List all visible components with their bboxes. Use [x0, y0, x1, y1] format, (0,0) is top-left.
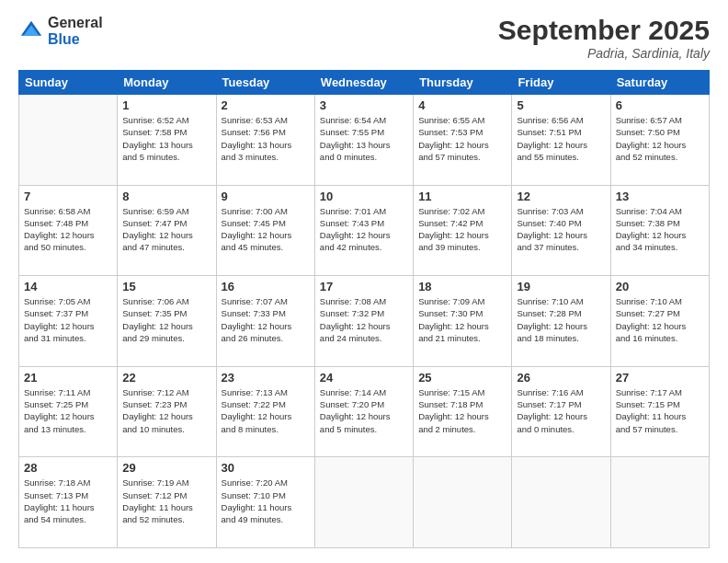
day-cell: 13Sunrise: 7:04 AMSunset: 7:38 PMDayligh… — [610, 185, 709, 276]
day-cell: 9Sunrise: 7:00 AMSunset: 7:45 PMDaylight… — [216, 185, 314, 276]
day-info: Sunrise: 6:53 AMSunset: 7:56 PMDaylight:… — [222, 114, 310, 163]
day-number: 17 — [320, 280, 408, 293]
day-info: Sunrise: 6:56 AMSunset: 7:51 PMDaylight:… — [517, 114, 605, 163]
week-row-2: 7Sunrise: 6:58 AMSunset: 7:48 PMDaylight… — [19, 185, 710, 276]
day-number: 7 — [24, 190, 112, 203]
day-cell: 12Sunrise: 7:03 AMSunset: 7:40 PMDayligh… — [512, 185, 610, 276]
day-cell: 25Sunrise: 7:15 AMSunset: 7:18 PMDayligh… — [414, 366, 512, 457]
day-info: Sunrise: 7:15 AMSunset: 7:18 PMDaylight:… — [418, 386, 506, 435]
day-cell — [512, 457, 610, 548]
day-number: 6 — [616, 98, 704, 112]
day-cell: 29Sunrise: 7:19 AMSunset: 7:12 PMDayligh… — [118, 457, 216, 548]
day-number: 27 — [616, 371, 704, 385]
day-cell: 24Sunrise: 7:14 AMSunset: 7:20 PMDayligh… — [314, 366, 413, 457]
day-cell: 23Sunrise: 7:13 AMSunset: 7:22 PMDayligh… — [216, 366, 314, 457]
title-block: September 2025 Padria, Sardinia, Italy — [498, 15, 710, 61]
day-number: 26 — [517, 371, 605, 385]
col-tuesday: Tuesday — [216, 71, 314, 95]
day-cell: 15Sunrise: 7:06 AMSunset: 7:35 PMDayligh… — [118, 276, 216, 367]
day-info: Sunrise: 6:52 AMSunset: 7:58 PMDaylight:… — [122, 114, 210, 163]
week-row-3: 14Sunrise: 7:05 AMSunset: 7:37 PMDayligh… — [19, 276, 710, 367]
day-number: 21 — [24, 371, 112, 385]
day-cell: 22Sunrise: 7:12 AMSunset: 7:23 PMDayligh… — [118, 366, 216, 457]
day-cell: 11Sunrise: 7:02 AMSunset: 7:42 PMDayligh… — [414, 185, 512, 276]
location: Padria, Sardinia, Italy — [498, 46, 710, 61]
day-info: Sunrise: 7:10 AMSunset: 7:28 PMDaylight:… — [517, 295, 605, 344]
day-cell: 16Sunrise: 7:07 AMSunset: 7:33 PMDayligh… — [216, 276, 314, 367]
day-cell: 14Sunrise: 7:05 AMSunset: 7:37 PMDayligh… — [19, 276, 118, 367]
day-cell: 18Sunrise: 7:09 AMSunset: 7:30 PMDayligh… — [414, 276, 512, 367]
week-row-5: 28Sunrise: 7:18 AMSunset: 7:13 PMDayligh… — [19, 457, 710, 548]
calendar-table: Sunday Monday Tuesday Wednesday Thursday… — [18, 70, 710, 548]
col-sunday: Sunday — [19, 71, 118, 95]
day-cell: 19Sunrise: 7:10 AMSunset: 7:28 PMDayligh… — [512, 276, 610, 367]
day-cell: 27Sunrise: 7:17 AMSunset: 7:15 PMDayligh… — [610, 366, 709, 457]
day-info: Sunrise: 7:02 AMSunset: 7:42 PMDaylight:… — [418, 205, 506, 254]
col-wednesday: Wednesday — [314, 71, 413, 95]
day-info: Sunrise: 6:57 AMSunset: 7:50 PMDaylight:… — [616, 114, 704, 163]
day-info: Sunrise: 7:12 AMSunset: 7:23 PMDaylight:… — [122, 386, 210, 435]
day-info: Sunrise: 6:54 AMSunset: 7:55 PMDaylight:… — [320, 114, 408, 163]
day-cell: 20Sunrise: 7:10 AMSunset: 7:27 PMDayligh… — [610, 276, 709, 367]
day-info: Sunrise: 6:59 AMSunset: 7:47 PMDaylight:… — [122, 205, 210, 254]
day-cell: 5Sunrise: 6:56 AMSunset: 7:51 PMDaylight… — [512, 95, 610, 186]
day-cell: 10Sunrise: 7:01 AMSunset: 7:43 PMDayligh… — [314, 185, 413, 276]
day-number: 23 — [222, 371, 310, 385]
day-number: 22 — [122, 371, 210, 385]
day-cell: 28Sunrise: 7:18 AMSunset: 7:13 PMDayligh… — [19, 457, 118, 548]
col-saturday: Saturday — [610, 71, 709, 95]
day-info: Sunrise: 7:19 AMSunset: 7:12 PMDaylight:… — [122, 477, 210, 525]
logo-text: General Blue — [48, 15, 103, 48]
day-number: 30 — [222, 461, 310, 475]
day-number: 15 — [122, 280, 210, 293]
header: General Blue September 2025 Padria, Sard… — [18, 15, 710, 61]
day-info: Sunrise: 7:04 AMSunset: 7:38 PMDaylight:… — [616, 205, 704, 254]
day-number: 3 — [320, 98, 408, 112]
day-number: 8 — [122, 190, 210, 203]
day-number: 12 — [517, 190, 605, 203]
day-cell: 30Sunrise: 7:20 AMSunset: 7:10 PMDayligh… — [216, 457, 314, 548]
day-number: 11 — [418, 190, 506, 203]
day-info: Sunrise: 6:58 AMSunset: 7:48 PMDaylight:… — [24, 205, 112, 254]
day-number: 25 — [418, 371, 506, 385]
day-info: Sunrise: 7:00 AMSunset: 7:45 PMDaylight:… — [222, 205, 310, 254]
day-number: 1 — [122, 98, 210, 112]
day-number: 2 — [222, 98, 310, 112]
day-number: 18 — [418, 280, 506, 293]
day-info: Sunrise: 7:09 AMSunset: 7:30 PMDaylight:… — [418, 295, 506, 344]
day-cell: 7Sunrise: 6:58 AMSunset: 7:48 PMDaylight… — [19, 185, 118, 276]
day-info: Sunrise: 7:10 AMSunset: 7:27 PMDaylight:… — [616, 295, 704, 344]
day-info: Sunrise: 7:01 AMSunset: 7:43 PMDaylight:… — [320, 205, 408, 254]
day-info: Sunrise: 7:06 AMSunset: 7:35 PMDaylight:… — [122, 295, 210, 344]
day-number: 14 — [24, 280, 112, 293]
day-number: 10 — [320, 190, 408, 203]
week-row-4: 21Sunrise: 7:11 AMSunset: 7:25 PMDayligh… — [19, 366, 710, 457]
day-info: Sunrise: 7:17 AMSunset: 7:15 PMDaylight:… — [616, 386, 704, 435]
day-info: Sunrise: 7:05 AMSunset: 7:37 PMDaylight:… — [24, 295, 112, 344]
day-info: Sunrise: 7:13 AMSunset: 7:22 PMDaylight:… — [222, 386, 310, 435]
day-cell — [19, 95, 118, 186]
day-cell — [314, 457, 413, 548]
day-number: 20 — [616, 280, 704, 293]
day-cell — [610, 457, 709, 548]
day-info: Sunrise: 7:16 AMSunset: 7:17 PMDaylight:… — [517, 386, 605, 435]
calendar-header-row: Sunday Monday Tuesday Wednesday Thursday… — [19, 71, 710, 95]
day-number: 19 — [517, 280, 605, 293]
day-number: 13 — [616, 190, 704, 203]
day-info: Sunrise: 7:18 AMSunset: 7:13 PMDaylight:… — [24, 477, 112, 525]
col-monday: Monday — [118, 71, 216, 95]
day-number: 24 — [320, 371, 408, 385]
day-cell: 4Sunrise: 6:55 AMSunset: 7:53 PMDaylight… — [414, 95, 512, 186]
day-number: 9 — [222, 190, 310, 203]
day-info: Sunrise: 7:20 AMSunset: 7:10 PMDaylight:… — [222, 477, 310, 525]
day-info: Sunrise: 7:11 AMSunset: 7:25 PMDaylight:… — [24, 386, 112, 435]
week-row-1: 1Sunrise: 6:52 AMSunset: 7:58 PMDaylight… — [19, 95, 710, 186]
day-cell: 3Sunrise: 6:54 AMSunset: 7:55 PMDaylight… — [314, 95, 413, 186]
day-cell: 17Sunrise: 7:08 AMSunset: 7:32 PMDayligh… — [314, 276, 413, 367]
day-info: Sunrise: 7:14 AMSunset: 7:20 PMDaylight:… — [320, 386, 408, 435]
day-cell: 8Sunrise: 6:59 AMSunset: 7:47 PMDaylight… — [118, 185, 216, 276]
day-cell: 6Sunrise: 6:57 AMSunset: 7:50 PMDaylight… — [610, 95, 709, 186]
day-info: Sunrise: 7:08 AMSunset: 7:32 PMDaylight:… — [320, 295, 408, 344]
month-title: September 2025 — [498, 15, 710, 46]
day-info: Sunrise: 6:55 AMSunset: 7:53 PMDaylight:… — [418, 114, 506, 163]
